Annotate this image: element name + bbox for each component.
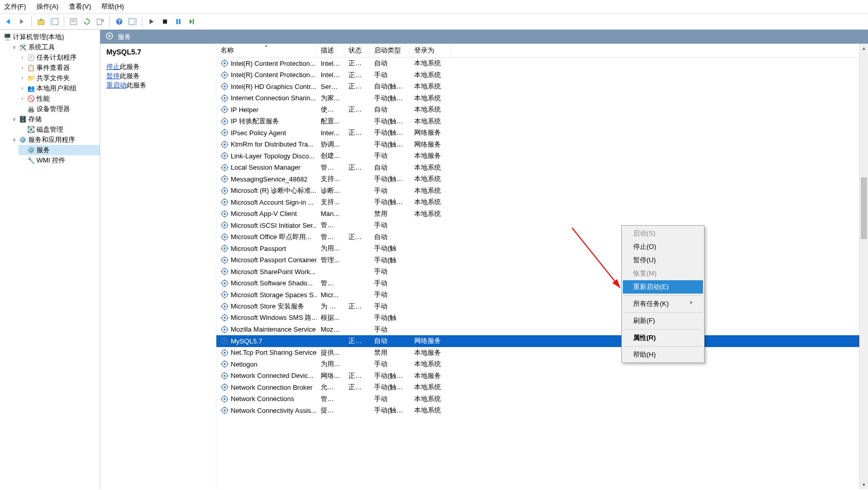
list-rows[interactable]: Intel(R) Content Protection...Intel(...正… bbox=[216, 58, 868, 489]
service-desc-cell: 配置... bbox=[317, 117, 344, 126]
service-row[interactable]: Microsoft Storage Spaces S...Micr...手动 bbox=[216, 289, 868, 301]
svg-point-24 bbox=[224, 74, 226, 76]
service-logon-cell: 本地系统 bbox=[410, 383, 451, 392]
service-row[interactable]: IPsec Policy AgentInter...正在...手动(触发...网… bbox=[216, 127, 868, 139]
scroll-down-arrow-icon[interactable]: ▼ bbox=[860, 480, 868, 489]
stop-service-action: 停止此服务 bbox=[106, 62, 210, 71]
service-row[interactable]: Local Session Manager管理 ...正在...自动本地系统 bbox=[216, 162, 868, 174]
ctx-restart[interactable]: 重新启动(E) bbox=[623, 280, 703, 294]
service-row[interactable]: Microsoft Store 安装服务为 M...正在...手动 bbox=[216, 301, 868, 313]
service-row[interactable]: Network Connection Broker允许 ...正在...手动(触… bbox=[216, 382, 868, 393]
expand-icon[interactable]: › bbox=[20, 63, 25, 73]
service-row[interactable]: Microsoft Passport Container管理...手动(触 bbox=[216, 255, 868, 266]
service-row[interactable]: Net.Tcp Port Sharing Service提供...禁用本地服务 bbox=[216, 347, 868, 359]
tree-services-apps[interactable]: ∨⚙️服务和应用程序 bbox=[10, 135, 100, 145]
forward-button[interactable] bbox=[16, 16, 28, 27]
restart-link[interactable]: 重启动 bbox=[106, 81, 126, 89]
expand-icon[interactable]: › bbox=[20, 52, 25, 63]
collapse-icon[interactable]: ∨ bbox=[11, 42, 17, 52]
ctx-pause[interactable]: 暂停(U) bbox=[623, 253, 703, 267]
ctx-properties[interactable]: 属性(R) bbox=[623, 331, 703, 344]
start-service-button[interactable] bbox=[146, 16, 157, 27]
perf-icon: 🚫 bbox=[27, 95, 35, 103]
expand-icon[interactable]: › bbox=[20, 83, 25, 94]
stop-service-button[interactable] bbox=[159, 16, 171, 27]
tree-event-viewer[interactable]: ›📋事件查看器 bbox=[19, 63, 100, 73]
service-row[interactable]: Link-Layer Topology Disco...创建...手动本地服务 bbox=[216, 150, 868, 162]
service-desc-cell: Micr... bbox=[317, 291, 344, 299]
ctx-all-tasks[interactable]: 所有任务(K) bbox=[623, 297, 703, 311]
navigation-tree[interactable]: 🖥️ 计算机管理(本地) ∨ 🛠️ 系统工具 ›🕘任务计划程序 ›📋事件查看器 bbox=[0, 30, 100, 489]
service-row[interactable]: MySQL5.7正在...自动网络服务 bbox=[216, 335, 868, 347]
expand-icon[interactable]: › bbox=[20, 73, 25, 83]
column-state[interactable]: 状态 bbox=[344, 44, 370, 57]
service-start-cell: 自动 bbox=[370, 59, 410, 68]
service-row[interactable]: Microsoft SharePoint Work...手动 bbox=[216, 266, 868, 278]
service-row[interactable]: Mozilla Maintenance ServiceMozi...手动 bbox=[216, 324, 868, 336]
properties-button[interactable] bbox=[68, 16, 79, 27]
pause-service-button[interactable] bbox=[173, 16, 184, 27]
service-row[interactable]: MessagingService_48682支持...手动(触发...本地系统 bbox=[216, 173, 868, 185]
service-row[interactable]: Intel(R) HD Graphics Contr...Servi...正在.… bbox=[216, 81, 868, 93]
expand-icon[interactable]: › bbox=[20, 94, 25, 104]
tree-system-tools[interactable]: ∨ 🛠️ 系统工具 bbox=[10, 42, 100, 52]
service-row[interactable]: IP Helper使用 ...正在...自动本地系统 bbox=[216, 104, 868, 116]
service-row[interactable]: Network Connections管理"...手动本地系统 bbox=[216, 393, 868, 405]
back-button[interactable] bbox=[3, 16, 14, 27]
scroll-up-arrow-icon[interactable]: ▲ bbox=[860, 44, 868, 52]
refresh-button[interactable] bbox=[81, 16, 93, 27]
service-row[interactable]: Intel(R) Content Protection...Intel(...正… bbox=[216, 69, 868, 81]
tree-root-computer-management[interactable]: 🖥️ 计算机管理(本地) bbox=[2, 32, 100, 42]
up-button[interactable] bbox=[35, 16, 47, 27]
service-row[interactable]: Microsoft Passport为用...手动(触 bbox=[216, 243, 868, 255]
service-row[interactable]: IP 转换配置服务配置...手动(触发...本地系统 bbox=[216, 116, 868, 128]
tree-disk-management[interactable]: 💽磁盘管理 bbox=[19, 124, 100, 135]
collapse-icon[interactable]: ∨ bbox=[11, 114, 17, 124]
tree-services[interactable]: ⚙️服务 bbox=[19, 145, 100, 155]
vertical-scrollbar[interactable]: ▲ ▼ bbox=[859, 44, 868, 489]
column-description[interactable]: 描述 bbox=[317, 44, 344, 57]
service-row[interactable]: Microsoft iSCSI Initiator Ser...管理 ...手动 bbox=[216, 220, 868, 231]
show-action-pane-button[interactable] bbox=[127, 16, 138, 27]
export-button[interactable] bbox=[95, 16, 106, 27]
tree-shared-folders[interactable]: ›📁共享文件夹 bbox=[19, 73, 100, 83]
tree-storage[interactable]: ∨🗄️存储 bbox=[10, 114, 100, 124]
tree-wmi[interactable]: 🔧WMI 控件 bbox=[19, 155, 100, 166]
menu-file[interactable]: 文件(F) bbox=[4, 2, 26, 11]
ctx-help[interactable]: 帮助(H) bbox=[623, 348, 703, 361]
menu-help[interactable]: 帮助(H) bbox=[101, 2, 124, 11]
pause-link[interactable]: 暂停 bbox=[106, 72, 120, 80]
scroll-thumb[interactable] bbox=[861, 177, 867, 239]
ctx-refresh[interactable]: 刷新(F) bbox=[623, 314, 703, 328]
column-name[interactable]: 名称▴ bbox=[216, 44, 317, 57]
restart-service-button[interactable] bbox=[186, 16, 197, 27]
service-state-cell: 正在... bbox=[344, 59, 370, 68]
content-pane: 服务 MySQL5.7 停止此服务 暂停此服务 重启动此服务 名称▴ 描述 状态… bbox=[100, 30, 868, 489]
service-row[interactable]: Microsoft (R) 诊断中心标准...诊断...手动本地系统 bbox=[216, 185, 868, 197]
service-row[interactable]: KtmRm for Distributed Tra...协调...手动(触发..… bbox=[216, 139, 868, 151]
tree-device-manager[interactable]: 🖨️设备管理器 bbox=[19, 104, 100, 114]
tree-performance[interactable]: ›🚫性能 bbox=[19, 94, 100, 104]
menu-action[interactable]: 操作(A) bbox=[36, 2, 59, 11]
service-row[interactable]: Intel(R) Content Protection...Intel(...正… bbox=[216, 58, 868, 69]
service-row[interactable]: Network Connectivity Assis...提供 ...手动(触发… bbox=[216, 405, 868, 416]
service-row[interactable]: Microsoft Office 即点即用...管理 ...正在...自动 bbox=[216, 231, 868, 243]
service-logon-cell: 本地服务 bbox=[410, 348, 451, 357]
help-button[interactable]: ? bbox=[114, 16, 125, 27]
ctx-stop[interactable]: 停止(O) bbox=[623, 240, 703, 253]
column-startup-type[interactable]: 启动类型 bbox=[370, 44, 410, 57]
collapse-icon[interactable]: ∨ bbox=[11, 135, 17, 145]
column-logon-as[interactable]: 登录为 bbox=[410, 44, 451, 57]
show-hide-tree-button[interactable] bbox=[49, 16, 60, 27]
menu-view[interactable]: 查看(V) bbox=[69, 2, 91, 11]
tree-task-scheduler[interactable]: ›🕘任务计划程序 bbox=[19, 52, 100, 63]
service-row[interactable]: Microsoft Windows SMS 路...根据...手动(触 bbox=[216, 312, 868, 324]
service-row[interactable]: Internet Connection Sharin...为家...手动(触发.… bbox=[216, 93, 868, 104]
stop-link[interactable]: 停止 bbox=[106, 63, 120, 70]
service-row[interactable]: Netlogon为用...手动本地系统 bbox=[216, 358, 868, 370]
service-row[interactable]: Microsoft Account Sign-in ...支持...手动(触发.… bbox=[216, 196, 868, 208]
service-row[interactable]: Network Connected Devic...网络...正在...手动(触… bbox=[216, 370, 868, 382]
tree-local-users[interactable]: ›👥本地用户和组 bbox=[19, 83, 100, 94]
service-row[interactable]: Microsoft Software Shado...管理 ...手动 bbox=[216, 278, 868, 289]
service-row[interactable]: Microsoft App-V ClientMan...禁用本地系统 bbox=[216, 208, 868, 220]
